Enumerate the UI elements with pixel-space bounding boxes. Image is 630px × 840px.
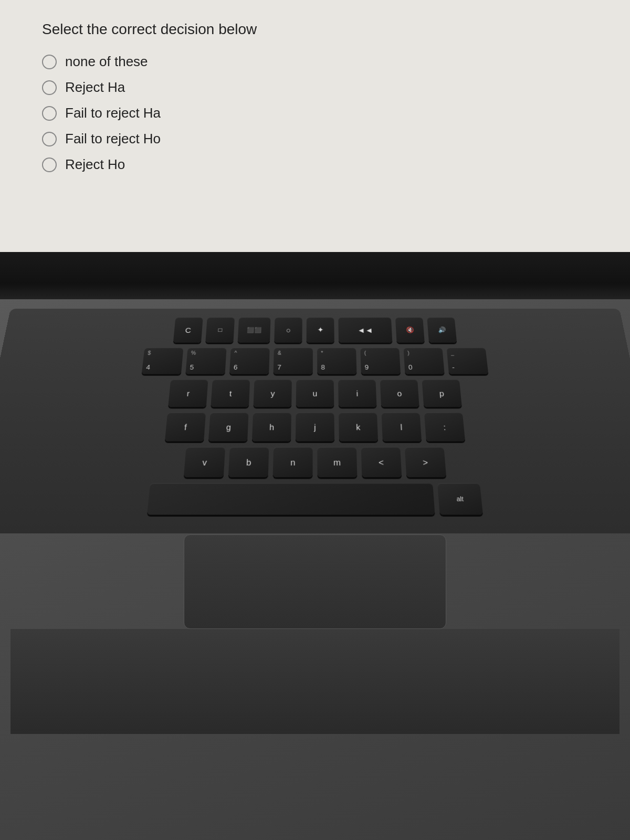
- key-c[interactable]: C: [173, 317, 203, 342]
- trackpad[interactable]: [184, 534, 446, 629]
- key-n[interactable]: n: [273, 447, 313, 477]
- key-b[interactable]: b: [228, 447, 269, 477]
- key-caret-6[interactable]: ^ 6: [229, 348, 270, 374]
- radio-fail-reject-ho[interactable]: [42, 132, 57, 146]
- key-volume-up[interactable]: 🔊: [427, 317, 457, 342]
- question-title: Select the correct decision below: [42, 21, 588, 38]
- option-label-4: Fail to reject Ho: [65, 131, 161, 147]
- key-brightness-up[interactable]: ✦: [307, 317, 334, 342]
- option-label-2: Reject Ha: [65, 79, 125, 96]
- key-amp-7[interactable]: & 7: [274, 348, 313, 374]
- key-m[interactable]: m: [317, 447, 357, 477]
- key-lparen-9[interactable]: ( 9: [360, 348, 401, 374]
- number-row: $ 4 % 5 ^ 6 & 7 * 8 ( 9: [5, 348, 625, 374]
- radio-fail-reject-ha[interactable]: [42, 106, 57, 121]
- key-r[interactable]: r: [168, 380, 208, 407]
- space-row: alt: [0, 483, 630, 514]
- key-space[interactable]: [147, 483, 435, 514]
- option-fail-reject-ho[interactable]: Fail to reject Ho: [42, 131, 588, 147]
- option-label-5: Reject Ho: [65, 156, 125, 173]
- bottom-letter-row: v b n m < >: [0, 447, 630, 477]
- key-volume-mute[interactable]: 🔇: [395, 317, 425, 342]
- key-colon[interactable]: :: [424, 413, 465, 442]
- keyboard-body: C □ ⬛⬛ ○ ✦ ◄◄ 🔇 🔊 $ 4 % 5 ^ 6 &: [0, 309, 630, 533]
- trackpad-area: [10, 534, 620, 629]
- bezel-shadow: [0, 284, 630, 299]
- key-gt[interactable]: >: [405, 447, 446, 477]
- option-label-3: Fail to reject Ha: [65, 105, 161, 121]
- key-i[interactable]: i: [338, 380, 376, 407]
- keyboard-bottom: [10, 629, 620, 734]
- key-o[interactable]: o: [380, 380, 419, 407]
- options-list: none of these Reject Ha Fail to reject H…: [42, 54, 588, 173]
- key-y[interactable]: y: [254, 380, 292, 407]
- key-f[interactable]: f: [165, 413, 206, 442]
- home-row: f g h j k l :: [0, 413, 630, 442]
- key-lt[interactable]: <: [361, 447, 402, 477]
- key-t[interactable]: t: [211, 380, 250, 407]
- top-letter-row: r t y u i o p: [0, 380, 630, 407]
- option-fail-reject-ha[interactable]: Fail to reject Ha: [42, 105, 588, 121]
- key-dollar-4[interactable]: $ 4: [142, 348, 184, 374]
- key-j[interactable]: j: [296, 413, 334, 442]
- top-bezel: [0, 252, 630, 284]
- key-u[interactable]: u: [296, 380, 334, 407]
- key-brightness-down[interactable]: ○: [274, 317, 302, 342]
- fn-row: C □ ⬛⬛ ○ ✦ ◄◄ 🔇 🔊: [12, 317, 619, 342]
- option-none-of-these[interactable]: none of these: [42, 54, 588, 70]
- keyboard-chassis: C □ ⬛⬛ ○ ✦ ◄◄ 🔇 🔊 $ 4 % 5 ^ 6 &: [0, 299, 630, 840]
- key-mission-control[interactable]: ⬛⬛: [238, 317, 271, 342]
- key-k[interactable]: k: [339, 413, 378, 442]
- key-v[interactable]: v: [184, 447, 225, 477]
- radio-reject-ha[interactable]: [42, 80, 57, 95]
- key-dash[interactable]: _ -: [447, 348, 489, 374]
- key-rparen-0[interactable]: ) 0: [403, 348, 444, 374]
- key-star-8[interactable]: * 8: [317, 348, 356, 374]
- key-g[interactable]: g: [208, 413, 249, 442]
- option-reject-ho[interactable]: Reject Ho: [42, 156, 588, 173]
- option-label-1: none of these: [65, 54, 148, 70]
- key-p[interactable]: p: [422, 380, 461, 407]
- key-percent-5[interactable]: % 5: [185, 348, 226, 374]
- key-skip-back[interactable]: ◄◄: [338, 317, 392, 342]
- option-reject-ha[interactable]: Reject Ha: [42, 79, 588, 96]
- key-alt[interactable]: alt: [437, 483, 483, 514]
- key-h[interactable]: h: [252, 413, 291, 442]
- screen-content: Select the correct decision below none o…: [0, 0, 630, 252]
- radio-none-of-these[interactable]: [42, 55, 57, 69]
- key-square[interactable]: □: [205, 317, 235, 342]
- key-l[interactable]: l: [381, 413, 422, 442]
- radio-reject-ho[interactable]: [42, 158, 57, 172]
